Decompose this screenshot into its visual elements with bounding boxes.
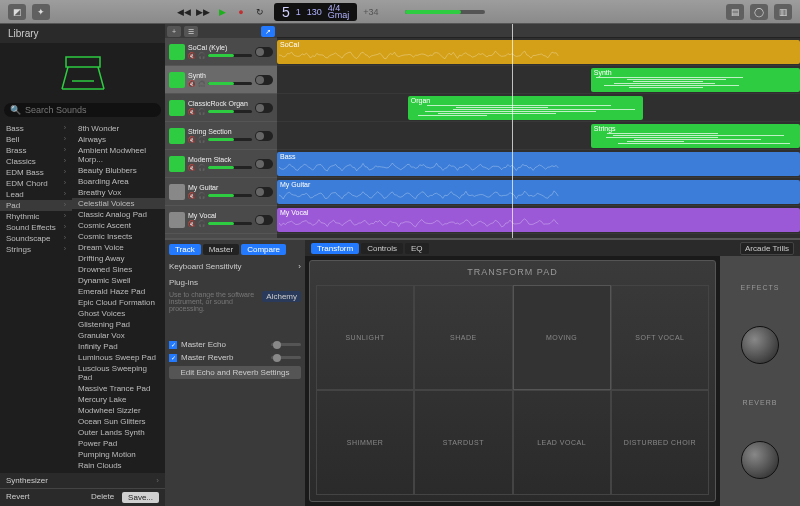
track-header[interactable]: Modern Stack🔇🎧 — [165, 150, 277, 178]
region[interactable]: Strings — [591, 124, 800, 148]
preset-item[interactable]: Massive Trance Pad — [72, 383, 165, 394]
track-lane[interactable]: SoCal — [277, 38, 800, 66]
solo-icon[interactable]: 🎧 — [198, 108, 206, 116]
effects-knob[interactable] — [741, 326, 779, 364]
search-field[interactable]: 🔍 — [4, 103, 161, 117]
tab-transform[interactable]: Transform — [311, 243, 359, 254]
volume-slider[interactable] — [208, 82, 252, 85]
track-header[interactable]: ClassicRock Organ🔇🎧 — [165, 94, 277, 122]
arrangement-area[interactable]: SoCalSynthOrganStringsBassMy GuitarMy Vo… — [277, 24, 800, 238]
category-item[interactable]: Pad› — [0, 200, 72, 211]
preset-item[interactable]: Ambient Modwheel Morp... — [72, 145, 165, 165]
automation-button[interactable]: ↗ — [261, 26, 275, 37]
track-enable-toggle[interactable] — [255, 159, 273, 169]
category-item[interactable]: Bass› — [0, 123, 72, 134]
preset-item[interactable]: Luscious Sweeping Pad — [72, 363, 165, 383]
preset-item[interactable]: Ghost Voices — [72, 308, 165, 319]
preset-item[interactable]: Dream Voice — [72, 242, 165, 253]
preset-item[interactable]: Epic Cloud Formation — [72, 297, 165, 308]
tab-controls[interactable]: Controls — [361, 243, 403, 254]
preset-select[interactable]: Arcade Trills — [740, 242, 794, 255]
add-track-button[interactable]: + — [167, 26, 181, 37]
track-header[interactable]: My Vocal🔇🎧 — [165, 206, 277, 234]
preset-item[interactable]: Cosmic Insects — [72, 231, 165, 242]
category-item[interactable]: Strings› — [0, 244, 72, 255]
edit-echo-reverb-button[interactable]: Edit Echo and Reverb Settings — [169, 366, 301, 379]
transform-pad-cell[interactable]: LEAD VOCAL — [513, 390, 611, 495]
solo-icon[interactable]: 🎧 — [198, 164, 206, 172]
preset-item[interactable]: Celestial Voices — [72, 198, 165, 209]
preset-item[interactable]: Glistening Pad — [72, 319, 165, 330]
track-enable-toggle[interactable] — [255, 215, 273, 225]
preset-item[interactable]: 8th Wonder — [72, 123, 165, 134]
track-header[interactable]: SoCal (Kyle)🔇🎧 — [165, 38, 277, 66]
category-item[interactable]: Classics› — [0, 156, 72, 167]
keyboard-sensitivity[interactable]: Keyboard Sensitivity — [169, 262, 241, 271]
track-header[interactable]: String Section🔇🎧 — [165, 122, 277, 150]
echo-slider[interactable] — [271, 343, 301, 346]
preset-item[interactable]: Granular Vox — [72, 330, 165, 341]
playhead[interactable] — [512, 24, 513, 238]
preset-item[interactable]: Modwheel Sizzler — [72, 405, 165, 416]
volume-slider[interactable] — [208, 222, 252, 225]
category-item[interactable]: Sound Effects› — [0, 222, 72, 233]
mute-icon[interactable]: 🔇 — [188, 192, 196, 200]
search-input[interactable] — [25, 105, 155, 115]
track-view-button[interactable]: ☰ — [184, 26, 198, 37]
transform-pad-cell[interactable]: SHADE — [414, 285, 512, 390]
mute-icon[interactable]: 🔇 — [188, 80, 196, 88]
master-echo-checkbox[interactable]: ✓Master Echo — [169, 340, 301, 349]
category-item[interactable]: Rhythmic› — [0, 211, 72, 222]
track-lane[interactable]: My Vocal — [277, 206, 800, 234]
record-button[interactable]: ● — [233, 5, 249, 19]
notepad-button[interactable]: ▤ — [726, 4, 744, 20]
solo-icon[interactable]: 🎧 — [198, 136, 206, 144]
track-enable-toggle[interactable] — [255, 131, 273, 141]
master-reverb-checkbox[interactable]: ✓Master Reverb — [169, 353, 301, 362]
plugin-slot[interactable]: Alchemy — [262, 291, 301, 302]
transform-pad-cell[interactable]: MOVING — [513, 285, 611, 390]
preset-item[interactable]: Drifting Away — [72, 253, 165, 264]
preset-item[interactable]: Rain Clouds — [72, 460, 165, 471]
region[interactable]: My Guitar — [277, 180, 800, 204]
transform-pad-cell[interactable]: DISTURBED CHOIR — [611, 390, 709, 495]
track-lane[interactable]: Synth — [277, 66, 800, 94]
synth-chip[interactable]: Synthesizer — [6, 476, 48, 485]
reverb-slider[interactable] — [271, 356, 301, 359]
track-header[interactable]: Synth🔇🎧 — [165, 66, 277, 94]
region[interactable]: Bass — [277, 152, 800, 176]
region[interactable]: SoCal — [277, 40, 800, 64]
reverb-knob[interactable] — [741, 441, 779, 479]
tab-compare[interactable]: Compare — [241, 244, 286, 255]
volume-slider[interactable] — [208, 138, 252, 141]
solo-icon[interactable]: 🎧 — [198, 52, 206, 60]
track-enable-toggle[interactable] — [255, 103, 273, 113]
revert-button[interactable]: Revert — [6, 492, 30, 503]
region[interactable]: Synth — [591, 68, 800, 92]
category-item[interactable]: EDM Bass› — [0, 167, 72, 178]
ruler[interactable] — [277, 24, 800, 38]
mute-icon[interactable]: 🔇 — [188, 52, 196, 60]
tab-track[interactable]: Track — [169, 244, 201, 255]
solo-icon[interactable]: 🎧 — [198, 192, 206, 200]
preset-item[interactable]: Dynamic Swell — [72, 275, 165, 286]
track-enable-toggle[interactable] — [255, 47, 273, 57]
preset-item[interactable]: Classic Analog Pad — [72, 209, 165, 220]
volume-slider[interactable] — [208, 110, 252, 113]
track-lane[interactable]: My Guitar — [277, 178, 800, 206]
category-item[interactable]: Brass› — [0, 145, 72, 156]
solo-icon[interactable]: 🎧 — [198, 80, 206, 88]
loop-browser-button[interactable]: ◯ — [750, 4, 768, 20]
category-item[interactable]: Lead› — [0, 189, 72, 200]
delete-button[interactable]: Delete — [91, 492, 114, 503]
preset-item[interactable]: Infinity Pad — [72, 341, 165, 352]
preset-item[interactable]: Drowned Sines — [72, 264, 165, 275]
preset-item[interactable]: Ocean Sun Glitters — [72, 416, 165, 427]
transform-pad-cell[interactable]: SUNLIGHT — [316, 285, 414, 390]
tab-eq[interactable]: EQ — [405, 243, 429, 254]
play-button[interactable]: ▶ — [214, 5, 230, 19]
preset-item[interactable]: Mercury Lake — [72, 394, 165, 405]
transform-pad-cell[interactable]: STARDUST — [414, 390, 512, 495]
tab-master[interactable]: Master — [203, 244, 239, 255]
transform-pad-cell[interactable]: SHIMMER — [316, 390, 414, 495]
